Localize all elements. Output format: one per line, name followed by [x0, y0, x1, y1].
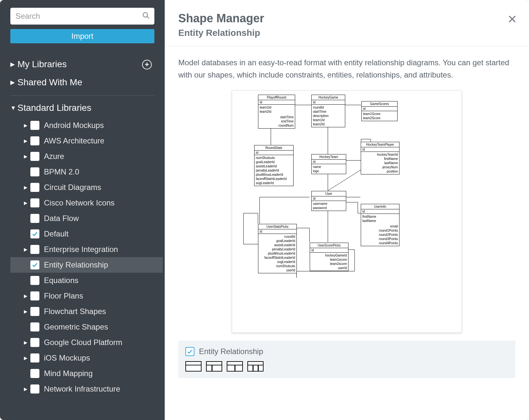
library-item-default[interactable]: Default — [10, 226, 163, 242]
entity-userinfo: UserInfo id firstNamelastName emailround… — [361, 204, 399, 246]
library-item-geometric-shapes[interactable]: Geometric Shapes — [10, 319, 163, 335]
caret-right-icon[interactable]: ▶ — [22, 123, 29, 128]
library-label: Network Infrastructure — [44, 384, 120, 394]
library-item-aws-architecture[interactable]: ▶AWS Architecture — [10, 133, 163, 149]
library-item-azure[interactable]: ▶Azure — [10, 149, 163, 164]
library-checkbox[interactable] — [30, 229, 39, 238]
library-label: Android Mockups — [44, 121, 104, 130]
library-checkbox[interactable] — [30, 152, 39, 161]
library-checkbox[interactable] — [30, 353, 39, 362]
library-checkbox[interactable] — [30, 369, 39, 378]
caret-down-icon: ▼ — [10, 105, 16, 111]
section-label: Standard Libraries — [17, 103, 91, 113]
library-item-enterprise-integration[interactable]: ▶Enterprise Integration — [10, 242, 163, 257]
library-label: Data Flow — [44, 214, 79, 223]
entity-shape-3-icon[interactable] — [227, 361, 243, 372]
library-item-entity-relationship[interactable]: Entity Relationship — [10, 257, 163, 273]
library-item-network-infrastructure[interactable]: ▶Network Infrastructure — [10, 381, 163, 397]
caret-right-icon[interactable]: ▶ — [22, 386, 29, 392]
library-item-circuit-diagrams[interactable]: ▶Circuit Diagrams — [10, 180, 163, 195]
entity-userscorepicks: UserScorePicks id hockeyGameIdteam1score… — [310, 243, 348, 271]
caret-right-icon: ▶ — [10, 79, 15, 86]
search-input[interactable] — [10, 8, 154, 25]
library-checkbox[interactable] — [30, 384, 39, 394]
library-checkbox[interactable] — [30, 136, 39, 145]
page-subtitle: Entity Relationship — [178, 28, 264, 38]
caret-right-icon[interactable]: ▶ — [22, 154, 29, 159]
library-item-equations[interactable]: Equations — [10, 273, 163, 288]
svg-point-0 — [143, 13, 148, 17]
main-body: Model databases in an easy-to-read forma… — [165, 46, 529, 384]
section-head-shared[interactable]: ▶ Shared With Me — [10, 75, 163, 90]
entity-shape-4-icon[interactable] — [247, 361, 264, 372]
sidebar: Import ▶ My Libraries + ▶ Shared With Me… — [0, 0, 165, 420]
add-library-button[interactable]: + — [142, 59, 152, 69]
section-head-standard[interactable]: ▼ Standard Libraries — [10, 100, 163, 116]
library-checkbox[interactable] — [30, 291, 39, 300]
main-header: Shape Manager Entity Relationship — [165, 0, 529, 46]
library-checkbox[interactable] — [30, 260, 39, 269]
library-checkbox[interactable] — [30, 121, 39, 130]
library-label: Mind Mapping — [44, 369, 93, 378]
entity-hockeyteam: HockeyTeam id namelogo — [311, 154, 346, 174]
library-checkbox[interactable] — [30, 307, 39, 316]
library-label: AWS Architecture — [44, 136, 104, 145]
library-label: Entity Relationship — [44, 260, 108, 269]
section-head-my-libraries[interactable]: ▶ My Libraries + — [10, 56, 163, 72]
page-title: Shape Manager — [178, 12, 264, 25]
entity-shape-1-icon[interactable] — [185, 361, 202, 372]
close-button[interactable] — [508, 12, 519, 26]
library-item-cisco-network-icons[interactable]: ▶Cisco Network Icons — [10, 195, 163, 211]
library-checkbox[interactable] — [30, 167, 39, 176]
library-label: Google Cloud Platform — [44, 338, 122, 347]
caret-right-icon[interactable]: ▶ — [22, 185, 29, 190]
er-diagram-preview: PlayoffRound id team1Idteam2Id startTime… — [232, 90, 462, 333]
library-label: Enterprise Integration — [44, 245, 118, 254]
library-label: Cisco Network Icons — [44, 198, 115, 207]
search-wrap — [10, 8, 154, 25]
caret-right-icon[interactable]: ▶ — [22, 340, 29, 345]
library-checkbox[interactable] — [30, 245, 39, 254]
shape-icons-row — [185, 361, 508, 372]
library-footer-card: Entity Relationship — [178, 341, 515, 378]
library-checkbox[interactable] — [30, 322, 39, 331]
library-item-bpmn-2-0[interactable]: BPMN 2.0 — [10, 164, 163, 180]
section-my-libraries: ▶ My Libraries + ▶ Shared With Me ▼ Stan… — [10, 56, 165, 399]
caret-right-icon[interactable]: ▶ — [22, 293, 29, 299]
entity-hockeyteamplayer: HockeyTeamPlayer id hockeyTeamIdfirstNam… — [361, 142, 399, 174]
caret-right-icon: ▶ — [10, 61, 15, 68]
entity-gamescores: GameScores id team1Scoreteam2Score — [361, 101, 398, 121]
library-item-ios-mockups[interactable]: ▶iOS Mockups — [10, 350, 163, 366]
caret-right-icon[interactable]: ▶ — [22, 309, 29, 314]
svg-line-1 — [147, 16, 149, 18]
caret-right-icon[interactable]: ▶ — [22, 247, 29, 252]
library-item-data-flow[interactable]: Data Flow — [10, 211, 163, 226]
library-item-floor-plans[interactable]: ▶Floor Plans — [10, 288, 163, 304]
library-checkbox[interactable] — [30, 214, 39, 223]
library-tree[interactable]: ▶Android Mockups▶AWS Architecture▶AzureB… — [10, 118, 163, 399]
entity-relationship-checkbox[interactable] — [185, 347, 194, 356]
library-item-google-cloud-platform[interactable]: ▶Google Cloud Platform — [10, 335, 163, 350]
library-label: Geometric Shapes — [44, 322, 108, 331]
section-label: My Libraries — [17, 59, 67, 69]
entity-hockeygame: HockeyGame id roundIdstartTimedescriptio… — [311, 95, 345, 127]
library-checkbox[interactable] — [30, 338, 39, 347]
library-label: Flowchart Shapes — [44, 307, 106, 316]
library-checkbox[interactable] — [30, 183, 39, 192]
entity-shape-2-icon[interactable] — [206, 361, 222, 372]
library-checkbox[interactable] — [30, 276, 39, 285]
library-label: Equations — [44, 276, 78, 285]
library-item-flowchart-shapes[interactable]: ▶Flowchart Shapes — [10, 304, 163, 319]
import-button[interactable]: Import — [10, 29, 154, 43]
caret-right-icon[interactable]: ▶ — [22, 138, 29, 143]
main-panel: Shape Manager Entity Relationship Model … — [165, 0, 529, 420]
caret-right-icon[interactable]: ▶ — [22, 355, 29, 361]
divider — [10, 95, 154, 96]
search-icon — [142, 12, 150, 21]
section-label: Shared With Me — [17, 77, 82, 88]
library-item-mind-mapping[interactable]: Mind Mapping — [10, 366, 163, 381]
footer-label: Entity Relationship — [199, 347, 263, 356]
library-item-android-mockups[interactable]: ▶Android Mockups — [10, 118, 163, 133]
caret-right-icon[interactable]: ▶ — [22, 200, 29, 205]
library-checkbox[interactable] — [30, 198, 39, 207]
